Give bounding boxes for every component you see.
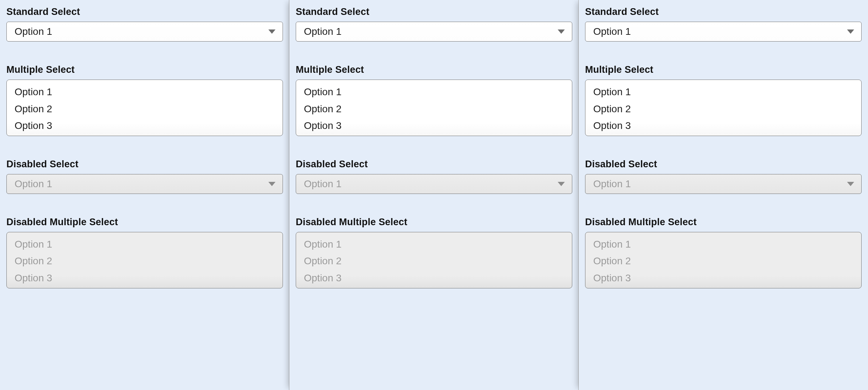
standard-select-value: Option 1 [15,26,52,37]
disabled-select-value: Option 1 [304,178,342,190]
multiple-select-field: Multiple Select Option 1 Option 2 Option… [296,64,572,136]
disabled-select-field: Disabled Select Option 1 [6,159,283,194]
standard-select-field: Standard Select Option 1 [6,6,283,42]
multiple-select-option[interactable]: Option 3 [585,117,861,134]
disabled-multiple-select: Option 1 Option 2 Option 3 [296,232,572,288]
svg-marker-4 [847,29,854,34]
chevron-down-icon [846,28,855,35]
svg-marker-1 [268,182,275,186]
standard-select-label: Standard Select [296,6,572,17]
multiple-select-option[interactable]: Option 3 [7,117,283,134]
standard-select-label: Standard Select [6,6,283,17]
disabled-select-field: Disabled Select Option 1 [585,159,862,194]
standard-select[interactable]: Option 1 [585,22,862,42]
disabled-multiple-select-option: Option 2 [7,253,283,270]
multiple-select-option[interactable]: Option 2 [7,101,283,118]
standard-select-field: Standard Select Option 1 [585,6,862,42]
svg-marker-0 [268,29,275,34]
disabled-select-label: Disabled Select [296,159,572,170]
disabled-multiple-select-option: Option 3 [296,270,572,287]
chevron-down-icon [268,181,276,187]
column-2: Standard Select Option 1 Multiple Select… [289,0,579,390]
standard-select-field: Standard Select Option 1 [296,6,572,42]
multiple-select-option[interactable]: Option 1 [7,83,283,101]
multiple-select-field: Multiple Select Option 1 Option 2 Option… [6,64,283,136]
disabled-select: Option 1 [585,174,862,194]
column-3: Standard Select Option 1 Multiple Select… [579,0,868,390]
disabled-select-label: Disabled Select [6,159,283,170]
multiple-select-option[interactable]: Option 1 [296,83,572,101]
standard-select-value: Option 1 [304,26,342,37]
disabled-multiple-select-option: Option 2 [296,253,572,270]
column-1: Standard Select Option 1 Multiple Select… [0,0,289,390]
multiple-select-label: Multiple Select [6,64,283,75]
multiple-select-option[interactable]: Option 3 [296,117,572,134]
multiple-select[interactable]: Option 1 Option 2 Option 3 [585,80,862,136]
chevron-down-icon [557,28,566,35]
multiple-select-option[interactable]: Option 2 [296,101,572,118]
disabled-select: Option 1 [296,174,572,194]
svg-marker-3 [558,182,565,186]
disabled-multiple-select: Option 1 Option 2 Option 3 [585,232,862,288]
svg-marker-5 [847,182,854,186]
disabled-select-label: Disabled Select [585,159,862,170]
disabled-multiple-select-field: Disabled Multiple Select Option 1 Option… [585,217,862,288]
multiple-select-label: Multiple Select [585,64,862,75]
disabled-multiple-select-option: Option 1 [296,236,572,253]
disabled-multiple-select-field: Disabled Multiple Select Option 1 Option… [6,217,283,288]
svg-marker-2 [558,29,565,34]
disabled-multiple-select-option: Option 3 [7,270,283,287]
disabled-multiple-select-option: Option 2 [585,253,861,270]
disabled-multiple-select-option: Option 3 [585,270,861,287]
chevron-down-icon [557,181,566,187]
standard-select[interactable]: Option 1 [296,22,572,42]
disabled-multiple-select-option: Option 1 [7,236,283,253]
multiple-select-field: Multiple Select Option 1 Option 2 Option… [585,64,862,136]
multiple-select[interactable]: Option 1 Option 2 Option 3 [296,80,572,136]
disabled-select-field: Disabled Select Option 1 [296,159,572,194]
standard-select-label: Standard Select [585,6,862,17]
disabled-multiple-select-label: Disabled Multiple Select [585,217,862,228]
chevron-down-icon [846,181,855,187]
disabled-multiple-select-label: Disabled Multiple Select [296,217,572,228]
multiple-select-option[interactable]: Option 1 [585,83,861,101]
disabled-select-value: Option 1 [593,178,631,190]
disabled-select-value: Option 1 [15,178,52,190]
disabled-multiple-select-option: Option 1 [585,236,861,253]
disabled-multiple-select-field: Disabled Multiple Select Option 1 Option… [296,217,572,288]
disabled-multiple-select: Option 1 Option 2 Option 3 [6,232,283,288]
chevron-down-icon [268,28,276,35]
standard-select[interactable]: Option 1 [6,22,283,42]
multiple-select-option[interactable]: Option 2 [585,101,861,118]
disabled-select: Option 1 [6,174,283,194]
multiple-select[interactable]: Option 1 Option 2 Option 3 [6,80,283,136]
disabled-multiple-select-label: Disabled Multiple Select [6,217,283,228]
standard-select-value: Option 1 [593,26,631,37]
columns-container: Standard Select Option 1 Multiple Select… [0,0,868,390]
multiple-select-label: Multiple Select [296,64,572,75]
